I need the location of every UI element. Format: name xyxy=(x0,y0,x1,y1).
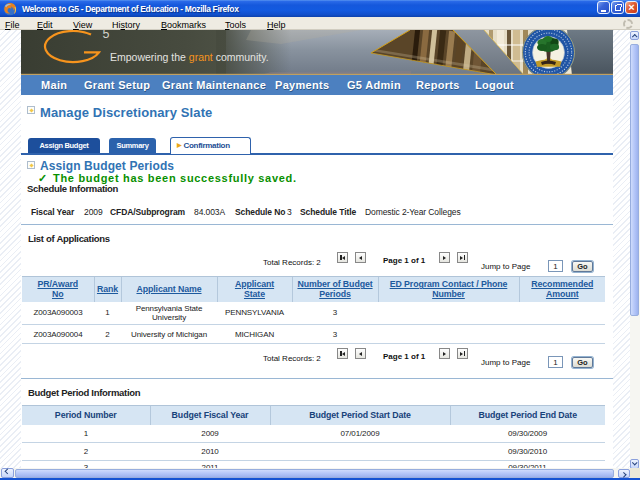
svg-text:Empowering the grant community: Empowering the grant community. xyxy=(110,51,269,63)
svg-text:5: 5 xyxy=(103,30,110,41)
